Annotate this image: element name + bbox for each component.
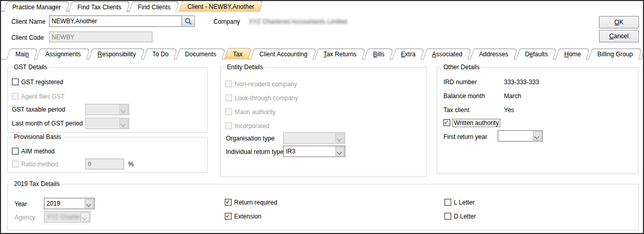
other-details-title: Other Details <box>441 64 482 71</box>
tax-client-value: Yes <box>504 106 514 114</box>
extension-checkbox[interactable] <box>225 213 232 220</box>
tab-extra[interactable]: Extra <box>392 49 425 59</box>
balance-month-value: March <box>504 92 521 100</box>
tab-tax[interactable]: Tax <box>224 48 252 59</box>
incorporated-label: Incorporated <box>235 122 269 130</box>
individual-return-type-select[interactable]: IR3 <box>283 146 345 157</box>
last-month-gst-label: Last month of GST period <box>12 120 83 127</box>
ok-button[interactable]: OK <box>599 16 639 28</box>
client-code-label: Client Code <box>11 34 44 41</box>
client-name-input[interactable] <box>49 15 182 27</box>
maori-authority-checkbox <box>225 108 232 115</box>
non-resident-company-label: Non-resident company <box>235 81 297 88</box>
return-required-checkbox[interactable] <box>225 199 232 206</box>
ratio-method-label: Ratio method <box>21 161 58 168</box>
gst-registered-checkbox[interactable] <box>12 79 19 85</box>
l-letter-checkbox[interactable] <box>444 199 451 206</box>
tab-client-accounting[interactable]: Client Accounting <box>250 49 316 59</box>
gst-taxable-period-select <box>85 104 129 115</box>
agent-files-gst-checkbox <box>12 93 19 100</box>
search-button[interactable] <box>181 15 195 27</box>
chevron-down-icon <box>82 215 87 221</box>
agent-files-gst-label: Agent files GST <box>21 93 65 100</box>
first-return-year-select[interactable] <box>498 130 543 142</box>
aim-method-checkbox[interactable] <box>12 148 19 154</box>
tab-documents[interactable]: Documents <box>176 49 226 59</box>
tax-2019-group: 2019 Tax Details <box>7 184 639 230</box>
tab-find-tax-clients[interactable]: Find Tax Clients <box>69 2 131 12</box>
d-letter-label: D Letter <box>454 213 476 220</box>
tab-tax-returns[interactable]: Tax Returns <box>315 49 366 59</box>
year-select[interactable]: 2019 <box>44 198 95 209</box>
provisional-basis-title: Provisional Basis <box>12 133 63 141</box>
tax-2019-title: 2019 Tax Details <box>12 180 62 188</box>
aim-method-label: AIM method <box>21 148 55 155</box>
tab-find-clients[interactable]: Find Clients <box>129 2 180 12</box>
search-icon <box>185 18 192 25</box>
client-code-input <box>49 32 152 42</box>
tab-defaults[interactable]: Defaults <box>516 49 557 59</box>
gst-details-title: GST Details <box>12 64 49 71</box>
written-authority-checkbox[interactable] <box>443 119 450 126</box>
chevron-down-icon <box>121 122 126 127</box>
extension-label: Extension <box>234 213 262 220</box>
tab-billing-group[interactable]: Billing Group <box>588 49 642 59</box>
chevron-down-icon <box>121 108 126 113</box>
l-letter-label: L Letter <box>454 199 474 206</box>
sub-tabstrip: Main Assignments Responsibility To Do Do… <box>8 49 644 59</box>
balance-month-label: Balance month <box>443 92 485 100</box>
organisation-type-select <box>283 132 345 144</box>
ratio-percent-input <box>85 159 124 169</box>
client-window: Practice Manager Find Tax Clients Find C… <box>0 0 644 234</box>
tab-bills[interactable]: Bills <box>364 49 394 59</box>
year-label: Year <box>14 200 27 208</box>
tab-addresses[interactable]: Addresses <box>470 49 518 59</box>
cancel-button[interactable]: Cancel <box>599 30 639 42</box>
return-required-label: Return required <box>234 199 277 206</box>
company-value: XYZ Chartered Accountants Limited <box>249 18 347 25</box>
ratio-method-checkbox <box>12 161 19 167</box>
look-through-company-checkbox <box>225 95 232 101</box>
chevron-down-icon <box>337 136 342 142</box>
look-through-company-label: Look-through company <box>235 95 298 102</box>
tab-home[interactable]: Home <box>555 49 590 59</box>
non-resident-company-checkbox <box>225 81 232 87</box>
tab-to-do[interactable]: To Do <box>143 49 177 59</box>
chevron-down-icon <box>86 202 91 207</box>
gst-registered-label: GST registered <box>21 79 63 86</box>
incorporated-checkbox <box>225 122 232 129</box>
last-month-gst-select <box>85 118 129 129</box>
tab-assignments[interactable]: Assignments <box>37 49 90 59</box>
chevron-down-icon <box>534 134 540 139</box>
individual-return-type-label: Individual return type <box>226 148 283 155</box>
agency-select: XYZ Chartered Acc <box>44 211 90 223</box>
ird-number-value: 333-333-333 <box>504 79 539 86</box>
company-label: Company <box>213 18 240 25</box>
written-authority-label[interactable]: Written authority <box>453 119 500 127</box>
tax-client-label: Tax client <box>443 106 469 114</box>
tab-practice-manager[interactable]: Practice Manager <box>4 2 70 12</box>
client-name-label: Client Name <box>11 18 45 25</box>
maori-authority-label: Maori authority <box>235 108 275 116</box>
entity-details-title: Entity Details <box>225 64 265 71</box>
tab-main[interactable]: Main <box>7 49 38 59</box>
first-return-year-label: First return year <box>443 133 487 141</box>
gst-taxable-period-label: GST taxable period <box>12 106 65 113</box>
organisation-type-label: Organisation type <box>226 135 274 142</box>
d-letter-checkbox[interactable] <box>444 213 451 220</box>
ratio-percent-unit: % <box>128 161 134 168</box>
agency-label: Agency <box>14 214 35 221</box>
tab-client-newby[interactable]: Client - NEWBY,Another <box>178 1 263 12</box>
ird-number-label: IRD number <box>443 79 477 86</box>
chevron-down-icon <box>337 150 342 155</box>
top-tabstrip: Practice Manager Find Tax Clients Find C… <box>5 1 264 12</box>
tab-associated[interactable]: Associated <box>423 49 472 59</box>
tab-responsibility[interactable]: Responsibility <box>88 49 145 59</box>
